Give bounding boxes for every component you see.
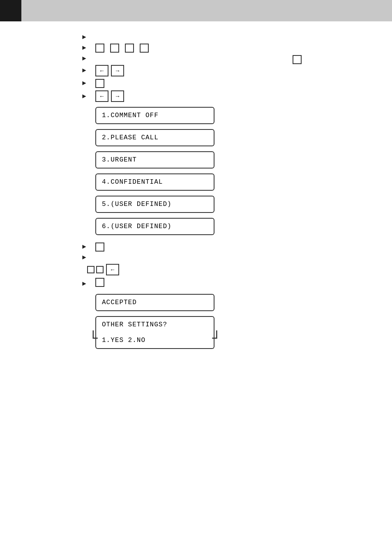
row-5: ► bbox=[82, 79, 392, 88]
nav-back-button-3[interactable]: ← bbox=[106, 264, 119, 275]
square-3[interactable] bbox=[125, 44, 134, 53]
row-2: ► bbox=[82, 44, 392, 53]
arrow-icon-4: ► bbox=[82, 67, 90, 74]
row-4: ► ← → bbox=[82, 65, 392, 76]
nav-back-button-2[interactable]: ← bbox=[95, 90, 108, 102]
menu-item-6[interactable]: 6.(USER DEFINED) bbox=[95, 218, 214, 235]
menu-item-1[interactable]: 1.COMMENT OFF bbox=[95, 107, 214, 124]
bottom-menu-group: ACCEPTED └ OTHER SETTINGS? 1.YES 2.NO ┘ bbox=[95, 278, 214, 349]
square-2[interactable] bbox=[110, 44, 119, 53]
bottom-menu-item-2[interactable]: OTHER SETTINGS? bbox=[95, 316, 214, 333]
bottom-menu-item-1[interactable]: ACCEPTED bbox=[95, 294, 214, 311]
float-square[interactable] bbox=[293, 55, 302, 64]
small-sq-1[interactable] bbox=[87, 266, 95, 273]
bracket-left-icon: └ bbox=[89, 332, 98, 346]
bracket-group: └ OTHER SETTINGS? 1.YES 2.NO ┘ bbox=[95, 316, 214, 349]
small-sq-2[interactable] bbox=[96, 266, 104, 273]
nav-forward-button-2[interactable]: → bbox=[111, 90, 124, 102]
bracket-right-icon: ┘ bbox=[212, 332, 221, 346]
bottom-menu-item-3[interactable]: 1.YES 2.NO bbox=[95, 333, 214, 349]
brow-2: ► bbox=[82, 254, 392, 261]
brow-3: ← bbox=[87, 264, 392, 275]
main-content: ► ► ► ► ← → ► ► ← → 1.COMM bbox=[0, 21, 392, 364]
square-brow1[interactable] bbox=[95, 243, 104, 252]
header-black-block bbox=[0, 0, 21, 21]
header-bar bbox=[0, 0, 392, 21]
row-6: ► ← → 1.COMMENT OFF 2.PLEASE CALL 3.URGE… bbox=[82, 90, 392, 240]
menu-item-5[interactable]: 5.(USER DEFINED) bbox=[95, 196, 214, 213]
square-1[interactable] bbox=[95, 44, 104, 53]
arrow-icon-b1: ► bbox=[82, 243, 90, 251]
menu-item-3[interactable]: 3.URGENT bbox=[95, 151, 214, 169]
square-4[interactable] bbox=[140, 44, 149, 53]
arrow-icon-6: ► bbox=[82, 93, 90, 100]
arrow-icon-1: ► bbox=[82, 34, 90, 41]
arrow-icon-b4: ► bbox=[82, 280, 90, 288]
arrow-icon-5: ► bbox=[82, 80, 90, 87]
nav-back-button[interactable]: ← bbox=[95, 65, 108, 76]
menu-item-2[interactable]: 2.PLEASE CALL bbox=[95, 129, 214, 146]
row-3: ► bbox=[82, 55, 392, 62]
arrow-icon-b2: ► bbox=[82, 254, 90, 261]
brow-1: ► bbox=[82, 243, 392, 252]
square-brow4[interactable] bbox=[95, 278, 104, 287]
arrow-icon-3: ► bbox=[82, 55, 90, 62]
nav-menu-group: ← → 1.COMMENT OFF 2.PLEASE CALL 3.URGENT… bbox=[95, 90, 214, 240]
menu-item-4[interactable]: 4.CONFIDENTIAL bbox=[95, 173, 214, 191]
arrow-icon-2: ► bbox=[82, 44, 90, 52]
squares-row bbox=[95, 44, 151, 53]
square-row5[interactable] bbox=[95, 79, 104, 88]
brow-4: ► ACCEPTED └ OTHER SETTINGS? 1.YES 2.NO … bbox=[82, 278, 392, 349]
nav-forward-button[interactable]: → bbox=[111, 65, 124, 76]
row-1: ► bbox=[82, 34, 392, 41]
